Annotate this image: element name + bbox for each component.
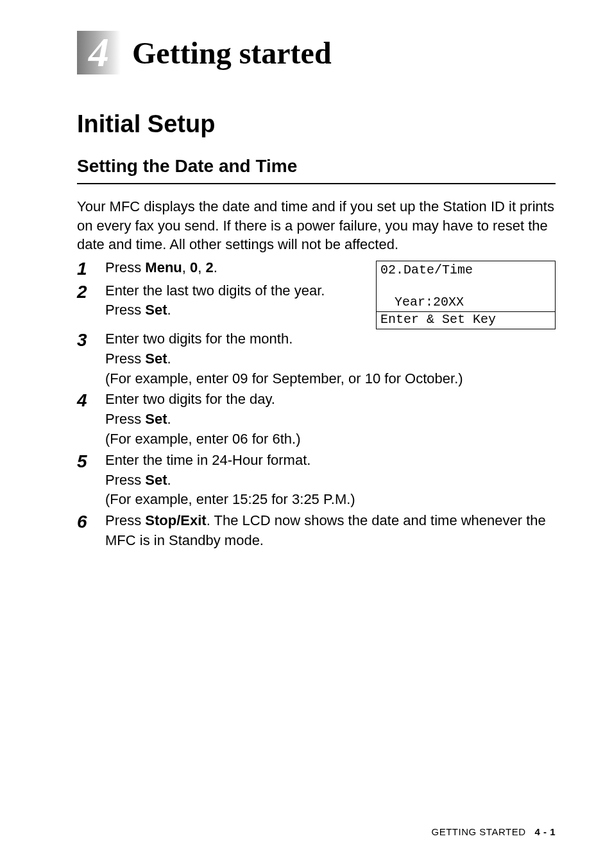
step-5: 5 Enter the time in 24-Hour format. Pres…: [77, 451, 556, 510]
step-list: 1 Press Menu, 0, 2. 2 Enter the last two…: [77, 258, 368, 320]
step-text: Press: [105, 259, 145, 275]
step-text: Enter two digits for the day.: [105, 391, 275, 407]
lcd-top-section: 02.Date/Time Year:20XX: [377, 261, 555, 312]
key-set: Set: [145, 351, 167, 367]
footer-page-number: 4 - 1: [534, 826, 556, 837]
step-number: 2: [77, 281, 105, 303]
section-title: Initial Setup: [77, 110, 556, 138]
step-text: .: [167, 411, 171, 427]
chapter-title: Getting started: [132, 35, 332, 71]
step-body: Press Stop/Exit. The LCD now shows the d…: [105, 511, 556, 551]
sep: ,: [182, 259, 190, 275]
intro-text: Your MFC displays the date and time and …: [77, 197, 556, 254]
step-number: 4: [77, 390, 105, 412]
step-text: (For example, enter 06 for 6th.): [105, 431, 300, 447]
key-0: 0: [190, 259, 198, 275]
key-menu: Menu: [145, 259, 182, 275]
step-2: 2 Enter the last two digits of the year.…: [77, 281, 368, 321]
step-text: Press: [105, 411, 145, 427]
step-text: .: [167, 302, 171, 318]
step-3: 3 Enter two digits for the month. Press …: [77, 329, 556, 388]
step-text: .: [167, 472, 171, 488]
lcd-line-2: Year:20XX: [380, 278, 551, 310]
key-set: Set: [145, 302, 167, 318]
key-set: Set: [145, 411, 167, 427]
step-text: Press: [105, 351, 145, 367]
step-text: Enter the time in 24-Hour format.: [105, 452, 310, 468]
step-text: Enter the last two digits of the year.: [105, 282, 325, 299]
step-6: 6 Press Stop/Exit. The LCD now shows the…: [77, 511, 556, 551]
lcd-display: 02.Date/Time Year:20XX Enter & Set Key: [376, 261, 556, 329]
chapter-number-box: 4: [77, 31, 121, 74]
step-number: 5: [77, 451, 105, 473]
subsection-title: Setting the Date and Time: [77, 156, 556, 184]
step-list-continued: 3 Enter two digits for the month. Press …: [77, 329, 556, 551]
step-text: Press: [105, 472, 145, 488]
step-body: Press Menu, 0, 2.: [105, 258, 368, 278]
step-text: .: [214, 259, 217, 275]
footer-label: GETTING STARTED: [432, 826, 526, 837]
step-number: 3: [77, 329, 105, 351]
steps-with-lcd-row: 1 Press Menu, 0, 2. 2 Enter the last two…: [77, 258, 556, 329]
step-body: Enter two digits for the day. Press Set.…: [105, 390, 556, 449]
step-1: 1 Press Menu, 0, 2.: [77, 258, 368, 280]
key-2: 2: [206, 259, 214, 275]
step-text: Press: [105, 512, 145, 528]
sep: ,: [198, 259, 205, 275]
step-body: Enter two digits for the month. Press Se…: [105, 329, 556, 388]
step-text: .: [167, 351, 171, 367]
step-number: 6: [77, 511, 105, 533]
step-text: Enter two digits for the month.: [105, 331, 293, 347]
chapter-header: 4 Getting started: [77, 31, 556, 74]
step-4: 4 Enter two digits for the day. Press Se…: [77, 390, 556, 449]
key-stop-exit: Stop/Exit: [145, 512, 206, 528]
key-set: Set: [145, 472, 167, 488]
step-body: Enter the last two digits of the year. P…: [105, 281, 368, 321]
step-text: Press: [105, 302, 145, 318]
step-body: Enter the time in 24-Hour format. Press …: [105, 451, 556, 510]
lcd-line-3: Enter & Set Key: [377, 312, 555, 329]
lcd-line-1: 02.Date/Time: [380, 263, 551, 278]
step-text: (For example, enter 09 for September, or…: [105, 370, 463, 386]
step-number: 1: [77, 258, 105, 280]
page-footer: GETTING STARTED 4 - 1: [432, 826, 556, 837]
chapter-number: 4: [89, 32, 109, 73]
step-text: (For example, enter 15:25 for 3:25 P.M.): [105, 491, 355, 507]
